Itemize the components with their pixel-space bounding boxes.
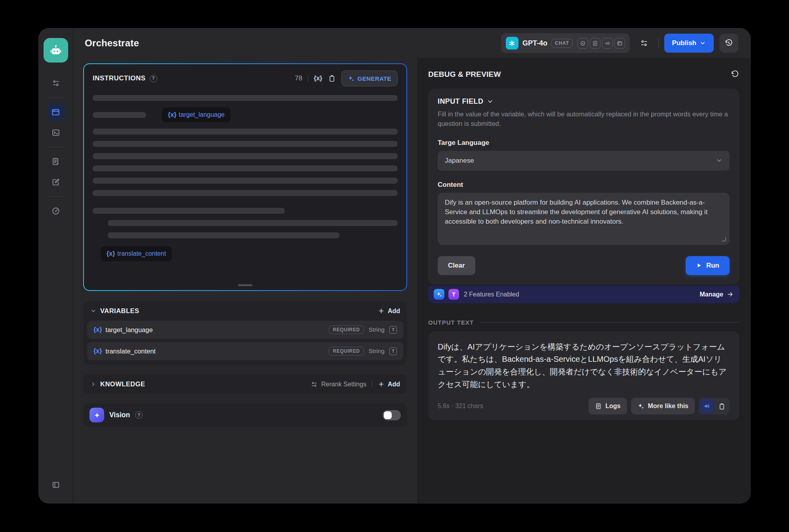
divider	[658, 38, 659, 48]
skeleton-line	[108, 220, 398, 226]
input-field-header[interactable]: INPUT FIELD	[438, 97, 730, 106]
sidebar	[39, 28, 73, 503]
divider	[308, 75, 308, 82]
variables-panel: VARIABLES Add {x} target_language	[83, 301, 407, 365]
plus-icon	[378, 381, 385, 388]
run-button[interactable]: Run	[686, 256, 730, 275]
variable-type: String	[369, 348, 385, 355]
content-field-label: Content	[438, 181, 730, 189]
sidebar-item-settings[interactable]	[47, 74, 65, 92]
sidebar-item-monitoring[interactable]	[47, 202, 65, 220]
chevron-right-icon[interactable]	[90, 381, 96, 387]
debug-preview-panel: DEBUG & PREVIEW INPUT FIELD Fill in the …	[418, 58, 750, 503]
skeleton-line	[93, 208, 285, 214]
model-params-sliders-icon[interactable]	[635, 34, 653, 52]
skeleton-line	[93, 153, 398, 159]
publish-button[interactable]: Publish	[664, 34, 714, 53]
manage-label: Manage	[699, 291, 723, 298]
string-type-icon: T	[389, 326, 397, 334]
play-icon	[696, 262, 702, 268]
resize-handle[interactable]	[238, 284, 252, 286]
variable-chip-translate-content[interactable]: {x} translate_content	[101, 246, 172, 261]
instructions-panel: INSTRUCTIONS ? 78 {x}	[83, 63, 407, 291]
skeleton-line	[93, 190, 398, 196]
chevron-down-icon	[487, 98, 494, 105]
model-name: GPT-4o	[522, 39, 547, 48]
knowledge-title: KNOWLEDGE	[100, 380, 145, 388]
language-select[interactable]: Japanese	[438, 151, 730, 171]
chevron-down-icon	[716, 157, 722, 164]
vision-toggle[interactable]	[383, 410, 401, 420]
vision-panel: Vision ?	[83, 403, 407, 427]
generate-button[interactable]: GENERATE	[341, 70, 398, 86]
app-avatar-robot-icon[interactable]	[44, 38, 68, 63]
input-field-title: INPUT FIELD	[438, 97, 483, 106]
collapse-sidebar-icon[interactable]	[47, 476, 65, 494]
variable-chip-label: translate_content	[117, 250, 166, 257]
waveform-icon	[602, 38, 613, 49]
sidebar-divider	[48, 196, 63, 197]
logs-button[interactable]: Logs	[589, 398, 627, 414]
content-textarea[interactable]: Dify is an open-source platform for buil…	[438, 193, 730, 245]
sliders-icon	[311, 381, 318, 388]
run-label: Run	[706, 262, 719, 270]
variable-chip-target-language[interactable]: {x} target_language	[162, 107, 231, 122]
input-field-card: INPUT FIELD Fill in the value of the var…	[428, 89, 739, 285]
add-knowledge-button[interactable]: Add	[378, 381, 400, 388]
publish-label: Publish	[672, 39, 696, 47]
features-count: 2 Features Enabled	[464, 291, 519, 298]
variables-title: VARIABLES	[100, 307, 139, 315]
output-section: OUTPUT TEXT Difyは、AIアプリケーションを構築するためのオープン…	[428, 319, 739, 420]
restart-icon[interactable]	[730, 70, 739, 79]
page-title: Orchestrate	[85, 38, 139, 49]
divider	[480, 322, 739, 323]
sidebar-item-terminal[interactable]	[47, 124, 65, 141]
variable-type: String	[369, 326, 385, 333]
sparkle-icon	[348, 75, 354, 82]
history-icon[interactable]	[719, 34, 738, 53]
debug-preview-title: DEBUG & PREVIEW	[428, 70, 501, 79]
add-variable-button[interactable]: Add	[378, 308, 400, 315]
logs-icon	[595, 403, 602, 410]
variable-row-translate-content[interactable]: {x} translate_content REQUIRED String T	[87, 342, 403, 360]
required-badge: REQUIRED	[329, 347, 364, 355]
insert-variable-icon[interactable]: {x}	[314, 75, 322, 82]
braces-x-icon: {x}	[93, 348, 102, 355]
logs-label: Logs	[606, 403, 621, 410]
instructions-title: INSTRUCTIONS	[93, 74, 146, 82]
help-icon[interactable]: ?	[135, 411, 143, 419]
rerank-settings-button[interactable]: Rerank Settings	[311, 381, 366, 388]
document-icon	[590, 38, 600, 49]
capability-badges	[577, 38, 625, 49]
variable-name: target_language	[105, 326, 152, 334]
input-field-description: Fill in the value of the variable, which…	[438, 110, 730, 129]
knowledge-panel: KNOWLEDGE Rerank Settings Add	[83, 374, 407, 394]
textarea-resize-handle[interactable]	[722, 237, 726, 241]
copy-prompt-icon[interactable]	[328, 74, 336, 82]
copy-output-icon[interactable]	[715, 399, 728, 413]
sidebar-item-annotation[interactable]	[47, 173, 65, 191]
help-icon[interactable]: ?	[150, 75, 157, 82]
skeleton-line	[93, 95, 398, 101]
output-text: Difyは、AIアプリケーションを構築するためのオープンソースプラットフォームで…	[438, 341, 730, 391]
variable-chip-label: target_language	[179, 111, 225, 118]
sidebar-item-orchestrate[interactable]	[47, 103, 65, 121]
more-like-this-button[interactable]: More like this	[631, 398, 695, 414]
variable-row-target-language[interactable]: {x} target_language REQUIRED String T	[87, 321, 403, 339]
prompt-editor[interactable]: {x} target_language	[84, 89, 406, 290]
topbar: Orchestrate GPT-4o CHAT	[73, 28, 750, 58]
add-label: Add	[388, 381, 400, 388]
clear-button[interactable]: Clear	[438, 256, 475, 275]
skeleton-line	[93, 129, 398, 135]
manage-features-button[interactable]: Manage	[699, 291, 734, 298]
skeleton-line	[93, 141, 398, 147]
output-stats: 5.6s · 321 chars	[438, 403, 483, 410]
orchestrate-panel: INSTRUCTIONS ? 78 {x}	[73, 58, 418, 503]
speaker-icon[interactable]	[700, 399, 714, 413]
skeleton-line	[108, 232, 339, 238]
features-bar[interactable]: T 2 Features Enabled Manage	[428, 286, 739, 303]
vision-feature-icon	[90, 408, 104, 422]
chevron-down-icon[interactable]	[90, 308, 96, 314]
model-selector[interactable]: GPT-4o CHAT	[501, 33, 630, 53]
sidebar-item-logs[interactable]	[47, 153, 65, 170]
